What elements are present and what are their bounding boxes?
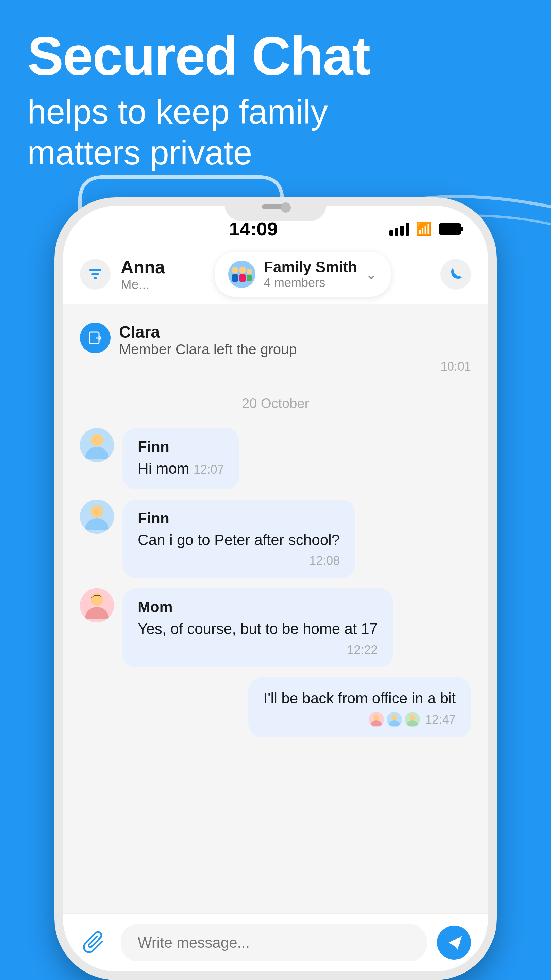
read-avatar-2: [387, 712, 402, 727]
sent-time: 12:47: [425, 713, 456, 727]
svg-rect-10: [239, 274, 246, 282]
messages-area[interactable]: Clara Member Clara left the group 10:01 …: [63, 304, 488, 913]
message-row: Mom Yes, of course, but to be home at 17…: [80, 588, 471, 667]
date-divider: 20 October: [80, 389, 471, 418]
finn-avatar-1: [80, 428, 114, 462]
read-avatar-3: [405, 712, 420, 727]
group-text: Family Smith 4 members: [264, 259, 357, 290]
clara-name: Clara: [119, 323, 471, 341]
clara-avatar: [80, 323, 111, 353]
finn-avatar-2: [80, 500, 114, 533]
read-avatars: [369, 712, 420, 727]
user-subtitle: Me...: [121, 277, 165, 292]
chat-header: Anna Me...: [63, 245, 488, 304]
finn-name-2: Finn: [138, 510, 340, 527]
svg-rect-5: [94, 277, 97, 279]
phone-mockup: 14:09 📶: [54, 197, 497, 980]
hero-section: Secured Chat helps to keep family matter…: [0, 0, 551, 173]
status-icons: 📶: [389, 221, 461, 237]
exit-icon: [87, 329, 104, 347]
hero-title: Secured Chat: [27, 27, 524, 84]
phone-screen: 14:09 📶: [63, 206, 488, 972]
attach-button[interactable]: [80, 927, 111, 958]
wifi-icon: 📶: [416, 221, 432, 237]
svg-rect-3: [89, 269, 101, 271]
message-row: Finn Hi mom 12:07: [80, 428, 471, 489]
svg-rect-12: [246, 275, 252, 281]
header-left: Anna Me...: [80, 257, 165, 292]
finn-name-1: Finn: [138, 438, 224, 455]
finn-bubble-1: Finn Hi mom 12:07: [122, 428, 240, 489]
group-chip[interactable]: Family Smith 4 members ⌄: [214, 252, 391, 297]
mom-bubble: Mom Yes, of course, but to be home at 17…: [122, 588, 393, 667]
sent-text: I'll be back from office in a bit: [264, 688, 456, 709]
battery-icon: [439, 223, 461, 235]
system-content: Clara Member Clara left the group 10:01: [119, 323, 471, 374]
hero-subtitle: helps to keep family matters private: [27, 91, 524, 173]
message-row: Finn Can i go to Peter after school? 12:…: [80, 500, 471, 579]
clara-time: 10:01: [119, 360, 471, 374]
system-message: Clara Member Clara left the group 10:01: [80, 318, 471, 379]
sent-message-row: I'll be back from office in a bit: [80, 678, 471, 738]
clara-left-text: Member Clara left the group: [119, 341, 471, 358]
mom-avatar: [80, 588, 114, 622]
chevron-down-icon: ⌄: [366, 266, 377, 282]
phone-frame: 14:09 📶: [54, 197, 497, 980]
svg-point-15: [91, 434, 103, 446]
filter-icon: [87, 266, 104, 283]
mom-text: Yes, of course, but to be home at 17: [138, 618, 378, 640]
anna-info: Anna Me...: [121, 257, 165, 292]
finn-bubble-2: Finn Can i go to Peter after school? 12:…: [122, 500, 355, 579]
svg-point-9: [239, 267, 246, 274]
input-bar: [63, 913, 488, 972]
svg-point-11: [246, 269, 252, 274]
sent-bubble: I'll be back from office in a bit: [248, 678, 471, 738]
svg-point-21: [373, 714, 379, 720]
mom-name: Mom: [138, 598, 378, 616]
send-icon: [445, 933, 464, 952]
signal-icon: [389, 222, 409, 236]
svg-point-23: [392, 714, 397, 720]
svg-rect-8: [232, 274, 238, 282]
read-avatar-1: [369, 712, 384, 727]
phone-icon: [447, 266, 464, 283]
group-members: 4 members: [264, 275, 357, 290]
attachment-icon: [83, 931, 107, 955]
sent-time-row: 12:47: [264, 712, 456, 727]
group-name: Family Smith: [264, 259, 357, 275]
user-name: Anna: [121, 257, 165, 277]
finn-time-2: 12:08: [138, 554, 340, 568]
send-button[interactable]: [437, 926, 471, 959]
finn-text-2: Can i go to Peter after school?: [138, 530, 340, 550]
group-avatar: [228, 261, 256, 288]
phone-notch: [224, 197, 327, 221]
svg-point-25: [410, 714, 415, 720]
finn-text-1: Hi mom 12:07: [138, 458, 224, 479]
svg-rect-4: [92, 273, 99, 275]
call-button[interactable]: [440, 259, 471, 290]
message-input[interactable]: [121, 924, 427, 961]
svg-point-7: [232, 267, 238, 274]
filter-button[interactable]: [80, 259, 111, 290]
mom-time: 12:22: [138, 643, 378, 657]
svg-point-17: [91, 505, 103, 517]
